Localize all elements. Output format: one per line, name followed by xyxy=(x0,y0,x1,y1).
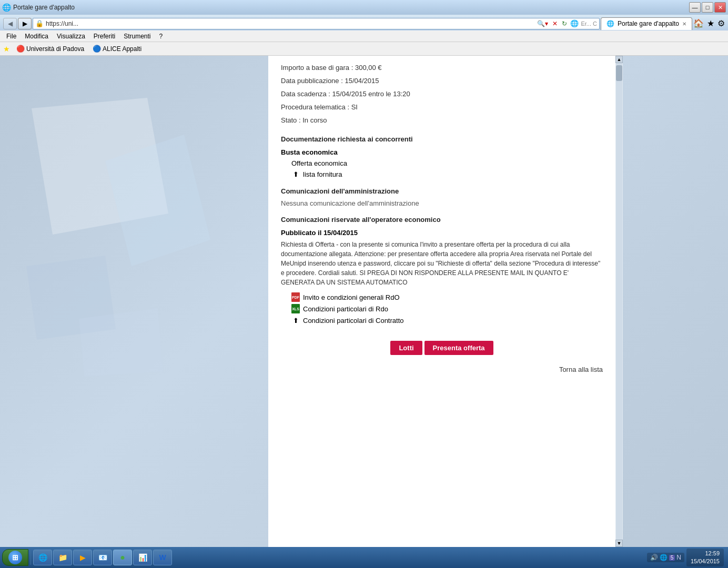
lotti-button[interactable]: Lotti xyxy=(390,341,422,355)
importo-row: Importo a base di gara : 300,00 € xyxy=(281,61,603,74)
tray-network-icon: 🌐 xyxy=(660,554,668,561)
excel-taskbar-icon: 📊 xyxy=(137,552,148,563)
settings-icon[interactable]: ⚙ xyxy=(717,18,725,28)
menu-bar: File Modifica Visualizza Preferiti Strum… xyxy=(0,31,728,42)
home-icon[interactable]: 🏠 xyxy=(693,18,704,28)
menu-help[interactable]: ? xyxy=(155,32,167,41)
data-pub-label: Data pubblicazione : xyxy=(281,77,345,85)
offerta-label: Offerta economica xyxy=(291,159,347,167)
start-button[interactable]: ⊞ xyxy=(2,549,28,566)
scrollbar-right[interactable]: ▲ ▼ xyxy=(615,56,623,547)
upload-icon: ⬆ xyxy=(291,169,300,179)
stop-button[interactable]: ✕ xyxy=(551,20,559,27)
bookmark-alice[interactable]: 🔵 ALICE Appalti xyxy=(90,44,144,54)
attachment-condizioni-contratto[interactable]: ⬆ Condizioni particolari di Contratto xyxy=(281,316,603,325)
tray-volume-icon: 🔊 xyxy=(650,554,658,561)
clock-date: 15/04/2015 xyxy=(691,557,720,565)
menu-modifica[interactable]: Modifica xyxy=(21,32,53,41)
favorites-icon[interactable]: ★ xyxy=(707,18,714,28)
forward-button[interactable]: ▶ xyxy=(18,18,32,29)
comm-text: Richiesta di Offerta - con la presente s… xyxy=(281,240,603,287)
search-dropdown-button[interactable]: 🔍▾ xyxy=(536,20,549,27)
attachment-condizioni-rdo[interactable]: XLS Condizioni particolari di Rdo xyxy=(281,304,603,313)
er-text: Er... C xyxy=(581,21,597,27)
lista-fornitura-label: lista fornitura xyxy=(303,170,342,178)
attachment-invito-label: Invito e condizioni generali RdO xyxy=(303,293,400,301)
data-pub-row: Data pubblicazione : 15/04/2015 xyxy=(281,74,603,87)
tab-close-button[interactable]: ✕ xyxy=(682,21,686,27)
doc-lista-fornitura[interactable]: ⬆ lista fornitura xyxy=(281,169,603,179)
alice-icon: 🔵 xyxy=(93,45,101,53)
attachment-condizioni-contratto-label: Condizioni particolari di Contratto xyxy=(303,317,403,324)
scroll-down-arrow[interactable]: ▼ xyxy=(615,540,623,547)
taskbar-outlook[interactable]: 📧 xyxy=(93,550,112,565)
pdf-icon: PDF xyxy=(291,292,300,302)
minimize-button[interactable]: — xyxy=(689,2,701,13)
word-taskbar-icon: W xyxy=(157,552,168,563)
close-button[interactable]: ✕ xyxy=(714,2,726,13)
url-text[interactable]: https://uni... xyxy=(46,20,534,27)
outlook-taskbar-icon: 📧 xyxy=(97,552,108,563)
browser-icon: 🌐 xyxy=(2,3,11,12)
attachment-invito[interactable]: PDF Invito e condizioni generali RdO xyxy=(281,292,603,302)
taskbar: ⊞ 🌐 📁 ▶ 📧 ● 📊 W 🔊 🌐 5 N 12:59 15/04/2015 xyxy=(0,547,728,568)
scroll-up-arrow[interactable]: ▲ xyxy=(615,56,623,63)
system-tray: 🔊 🌐 5 N 12:59 15/04/2015 xyxy=(647,549,726,567)
svg-marker-1 xyxy=(105,135,210,266)
taskbar-word[interactable]: W xyxy=(153,550,172,565)
taskbar-ie[interactable]: 🌐 xyxy=(33,550,52,565)
svg-marker-2 xyxy=(26,256,116,340)
menu-visualizza[interactable]: Visualizza xyxy=(53,32,89,41)
section-comm-amm-title: Comunicazioni dell'amministrazione xyxy=(281,187,603,195)
bookmark-alice-label: ALICE Appalti xyxy=(103,45,141,53)
taskbar-media[interactable]: ▶ xyxy=(73,550,92,565)
taskbar-explorer[interactable]: 📁 xyxy=(53,550,72,565)
taskbar-excel[interactable]: 📊 xyxy=(133,550,152,565)
presenta-offerta-button[interactable]: Presenta offerta xyxy=(424,341,493,355)
taskbar-separator-1 xyxy=(31,550,31,565)
doc-offerta: Offerta economica xyxy=(281,159,603,167)
scroll-track[interactable] xyxy=(616,63,622,540)
ie-icon: 🌐 xyxy=(570,19,579,27)
refresh-button[interactable]: ↻ xyxy=(561,20,568,27)
attachment-condizioni-rdo-label: Condizioni particolari di Rdo xyxy=(303,305,388,313)
window-controls: — □ ✕ xyxy=(689,2,726,13)
data-pub-value: 15/04/2015 xyxy=(345,77,379,85)
importo-label: Importo a base di gara : xyxy=(281,64,355,72)
scroll-thumb[interactable] xyxy=(616,65,622,81)
start-orb: ⊞ xyxy=(8,551,22,564)
torna-lista-link[interactable]: Torna alla lista xyxy=(559,366,603,373)
tab-favicon: 🌐 xyxy=(606,20,614,27)
attachment-list: PDF Invito e condizioni generali RdO XLS… xyxy=(281,292,603,325)
stato-label: Stato : xyxy=(281,116,302,124)
section-doc-title: Documentazione richiesta ai concorrenti xyxy=(281,135,603,143)
no-comm-text: Nessuna comunicazione dell'amministrazio… xyxy=(281,199,603,207)
maximize-button[interactable]: □ xyxy=(702,2,713,13)
svg-marker-3 xyxy=(79,308,163,377)
menu-file[interactable]: File xyxy=(2,32,21,41)
address-bar: 🔒 https://uni... 🔍▾ ✕ ↻ 🌐 Er... C xyxy=(33,18,600,29)
bookmark-star-icon: ★ xyxy=(3,45,10,53)
bookmarks-bar: ★ 🔴 Università di Padova 🔵 ALICE Appalti xyxy=(0,42,728,56)
section-comm-op-title: Comunicazioni riservate all'operatore ec… xyxy=(281,216,603,224)
menu-strumenti[interactable]: Strumenti xyxy=(119,32,155,41)
data-scad-value: 15/04/2015 entro le 13:20 xyxy=(332,90,410,98)
subsection-busta: Busta economica xyxy=(281,148,603,156)
svg-marker-0 xyxy=(32,98,168,235)
stato-value: In corso xyxy=(302,116,327,124)
window-title: Portale gare d'appalto xyxy=(13,4,75,11)
menu-preferiti[interactable]: Preferiti xyxy=(89,32,119,41)
back-link-container: Torna alla lista xyxy=(281,366,603,373)
active-tab[interactable]: 🌐 Portale gare d'appalto ✕ xyxy=(601,17,692,30)
clock-time: 12:59 xyxy=(691,550,720,557)
browser-toolbar-right: 🏠 ★ ⚙ xyxy=(693,18,725,28)
title-bar-left: 🌐 Portale gare d'appalto xyxy=(2,3,75,12)
ie-taskbar-icon: 🌐 xyxy=(37,552,48,563)
procedura-label: Procedura telematica : xyxy=(281,103,351,111)
page-wrapper: Importo a base di gara : 300,00 € Data p… xyxy=(0,56,728,547)
taskbar-chrome[interactable]: ● xyxy=(113,550,132,565)
bookmark-unipd[interactable]: 🔴 Università di Padova xyxy=(14,44,86,54)
back-button[interactable]: ◀ xyxy=(3,18,17,29)
stato-row: Stato : In corso xyxy=(281,114,603,127)
tab-label: Portale gare d'appalto xyxy=(618,20,679,27)
